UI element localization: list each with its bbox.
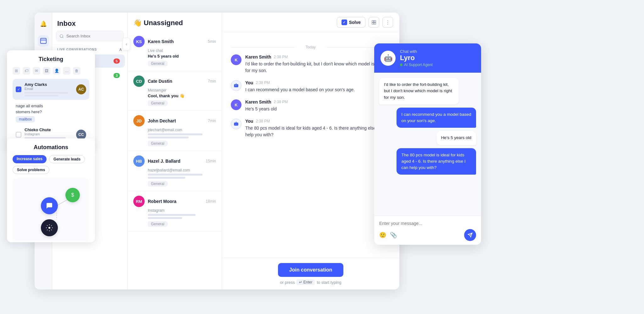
- automations-window: Automations Increase sales Generate lead…: [7, 138, 95, 242]
- source-karen: Live chat: [148, 48, 216, 53]
- msg-avatar-bot-2: [231, 119, 242, 129]
- preview-karen: He's 5 years old: [148, 54, 216, 59]
- ticket-name-amy: Amy Clarks: [25, 82, 73, 87]
- message-row-4: You 2:38 PM The 80 pcs model is ideal fo…: [231, 119, 391, 138]
- msg-content-2: You 2:38 PM I can recommend you a model …: [245, 80, 391, 93]
- emoji-icon[interactable]: 🙂: [379, 232, 386, 238]
- name-cate: Cate Dustin: [148, 79, 205, 84]
- sidebar-icon-bell[interactable]: 🔔: [38, 18, 49, 30]
- lyro-message-input[interactable]: [379, 220, 476, 229]
- msg-name-3: Karen Smith: [245, 99, 271, 104]
- lyro-messages: I'd like to order the fort-building kit,…: [374, 73, 481, 216]
- ticket-line-1: [25, 92, 68, 94]
- msg-text-3: He's 5 years old: [245, 106, 391, 112]
- auto-node-money: $: [65, 188, 80, 202]
- svg-rect-3: [372, 23, 374, 24]
- search-bar: [52, 31, 127, 45]
- en-badge: 3: [114, 73, 120, 78]
- msg-content-4: You 2:38 PM The 80 pcs model is ideal fo…: [245, 119, 391, 138]
- msg-time-4: 2:38 PM: [256, 119, 270, 123]
- lyro-send-button[interactable]: [464, 229, 476, 241]
- avatar-cate: CD: [133, 76, 145, 87]
- lyro-title: Lyro: [400, 54, 433, 62]
- search-input[interactable]: [56, 31, 124, 41]
- avatar-robert: RM: [133, 196, 145, 207]
- sidebar-icon-inbox[interactable]: [38, 35, 49, 47]
- ticket-avatar-amy: AC: [76, 84, 86, 94]
- lyro-msg-1: I'd like to order the fort-building kit,…: [379, 78, 459, 104]
- name-karen: Karen Smith: [148, 39, 205, 44]
- chat-item-hazel[interactable]: HB Hazel J. Ballard 15min hazeljballard@…: [128, 151, 222, 191]
- avatar-john: JD: [133, 115, 145, 126]
- time-karen: 5min: [208, 39, 216, 44]
- ticket-tool-user[interactable]: 👤: [53, 67, 60, 75]
- automations-diagram: $: [13, 178, 89, 241]
- msg-content-3: Karen Smith 2:38 PM He's 5 years old: [245, 99, 391, 112]
- ticket-customers-text: stomers here?: [13, 109, 89, 116]
- name-hazel: Hazel J. Ballard: [148, 159, 203, 164]
- ticket-source-amy: Email: [25, 87, 73, 91]
- svg-rect-5: [234, 84, 238, 87]
- unassigned-badge: 5: [114, 59, 120, 64]
- lyro-msg-2: I can recommend you a model based on you…: [397, 108, 476, 128]
- lyro-msg-4: The 80 pcs model is ideal for kids aged …: [397, 148, 476, 175]
- tag-john: General: [148, 141, 168, 146]
- tag-increase-sales[interactable]: Increase sales: [13, 155, 47, 163]
- ticket-mailbox-link: mailbox: [13, 116, 89, 124]
- enter-key: ↵ Enter: [297, 279, 315, 285]
- lyro-header-text: Chat with Lyro AI Support Agent: [400, 49, 433, 67]
- source-hazel: hazeljballard@email.com: [148, 168, 216, 172]
- ticket-toolbar: ⊞ 🏷 ✉ 🖼 👤 … 🗑: [13, 67, 89, 75]
- ticket-tool-more[interactable]: …: [63, 67, 70, 75]
- svg-point-10: [237, 124, 237, 125]
- msg-avatar-bot-1: [231, 80, 242, 91]
- solve-check-icon: ✓: [341, 20, 347, 25]
- chat-list-header: 👋 Unassigned: [128, 13, 222, 31]
- msg-time-1: 2:38 PM: [274, 55, 288, 59]
- collapse-icon[interactable]: ∧: [119, 47, 122, 52]
- collapse-button[interactable]: ‹: [123, 38, 130, 50]
- ticket-tool-mail[interactable]: ✉: [33, 67, 40, 75]
- mailbox-badge[interactable]: mailbox: [16, 116, 35, 122]
- chat-item-john[interactable]: JD John Dechart 7min jdechart@email.com …: [128, 111, 222, 151]
- msg-time-3: 2:38 PM: [274, 100, 288, 104]
- ticket-tool-grid[interactable]: ⊞: [13, 67, 20, 75]
- join-conversation-button[interactable]: Join conversation: [278, 263, 344, 277]
- name-robert: Robert Moora: [148, 199, 203, 204]
- msg-name-4: You: [245, 119, 253, 124]
- date-divider: Today: [231, 45, 391, 49]
- ticket-item-amy[interactable]: ✓ Amy Clarks Email AC: [13, 79, 89, 100]
- tag-hazel: General: [148, 181, 168, 187]
- solve-button[interactable]: ✓ Solve: [337, 17, 365, 28]
- ticket-checkbox-chieko[interactable]: [16, 132, 21, 137]
- ticketing-title: Ticketing: [13, 56, 89, 63]
- ticket-tool-tag[interactable]: 🏷: [23, 67, 30, 75]
- chat-messages: Today K Karen Smith 2:38 PM I'd like to …: [222, 32, 399, 258]
- tag-solve-problems[interactable]: Solve problems: [13, 166, 49, 174]
- chat-item-karen[interactable]: KS Karen Smith 5min Live chat He's 5 yea…: [128, 31, 222, 71]
- chat-list: 👋 Unassigned KS Karen Smith 5min Live ch…: [128, 13, 222, 289]
- solve-label: Solve: [349, 20, 361, 25]
- press-hint: or press ↵ Enter to start typing: [231, 279, 391, 285]
- attachment-icon[interactable]: 📎: [390, 232, 397, 238]
- svg-rect-2: [374, 20, 376, 22]
- tag-generate-leads[interactable]: Generate leads: [49, 155, 85, 163]
- svg-point-6: [235, 86, 236, 86]
- svg-rect-1: [372, 20, 374, 22]
- ticket-checkbox-amy[interactable]: ✓: [16, 87, 21, 92]
- svg-point-7: [237, 86, 237, 86]
- ticket-name-chieko: Chieko Chute: [25, 127, 73, 132]
- ticket-tool-img[interactable]: 🖼: [43, 67, 50, 75]
- tag-row: Increase sales Generate leads Solve prob…: [13, 155, 89, 174]
- ticket-source-chieko: Instagram: [25, 132, 73, 136]
- more-options-button[interactable]: ⋮: [382, 17, 393, 28]
- chat-item-robert[interactable]: RM Robert Moora 18min Instagram General: [128, 191, 222, 232]
- chat-item-cate[interactable]: CD Cate Dustin 7min Messenger Cool, than…: [128, 71, 222, 111]
- avatar-hazel: HB: [133, 155, 145, 167]
- time-john: 7min: [208, 119, 216, 123]
- layout-icon-button[interactable]: [369, 17, 379, 28]
- lyro-footer-actions: 🙂 📎: [379, 229, 476, 241]
- ticket-tool-delete[interactable]: 🗑: [73, 67, 80, 75]
- name-john: John Dechart: [148, 118, 205, 123]
- ticketing-window: Ticketing ⊞ 🏷 ✉ 🖼 👤 … 🗑 ✓ Amy Clarks Ema…: [7, 50, 95, 148]
